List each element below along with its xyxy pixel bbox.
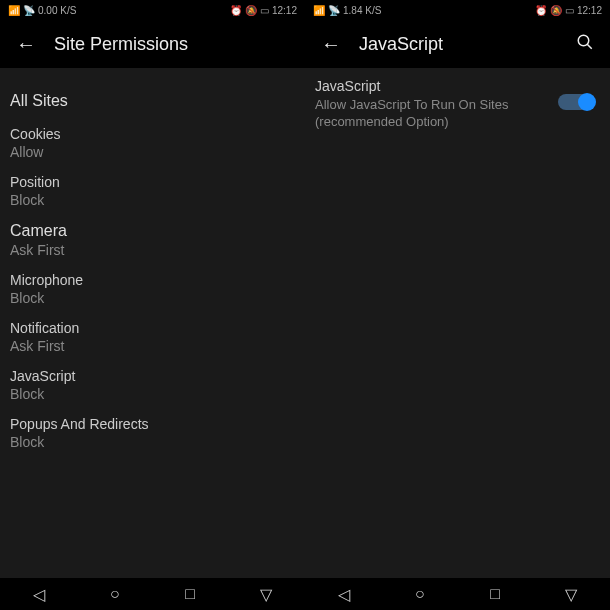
alarm-icon: ⏰ <box>230 5 242 16</box>
status-left: 📶 📡 1.84 K/S <box>313 5 381 16</box>
svg-point-0 <box>578 35 589 46</box>
nav-bar-right: ◁ ○ □ ▽ <box>305 578 610 610</box>
setting-value: Block <box>10 290 295 306</box>
setting-javascript[interactable]: JavaScript Block <box>10 368 295 402</box>
js-setting-desc: Allow JavaScript To Run On Sites (recomm… <box>315 97 558 131</box>
setting-label: Popups And Redirects <box>10 416 295 432</box>
js-setting-title: JavaScript <box>315 78 558 94</box>
setting-cookies[interactable]: Cookies Allow <box>10 126 295 160</box>
svg-line-1 <box>587 44 592 49</box>
signal-icon: 📶 <box>8 5 20 16</box>
dnd-icon: 🔕 <box>550 5 562 16</box>
dnd-icon: 🔕 <box>245 5 257 16</box>
signal-icon: 📶 <box>313 5 325 16</box>
setting-label: Notification <box>10 320 295 336</box>
javascript-toggle[interactable] <box>558 94 594 110</box>
time-text: 12:12 <box>272 5 297 16</box>
nav-drawer-icon[interactable]: ▽ <box>260 585 272 604</box>
page-title: Site Permissions <box>54 34 188 55</box>
status-bar-right: 📶 📡 1.84 K/S ⏰ 🔕 ▭ 12:12 <box>305 0 610 20</box>
nav-home-icon[interactable]: ○ <box>110 585 120 603</box>
js-text: JavaScript Allow JavaScript To Run On Si… <box>315 78 558 131</box>
nav-recent-icon[interactable]: □ <box>185 585 195 603</box>
nav-drawer-icon[interactable]: ▽ <box>565 585 577 604</box>
right-panel: 📶 📡 1.84 K/S ⏰ 🔕 ▭ 12:12 ← JavaScript Ja… <box>305 0 610 610</box>
setting-label: Camera <box>10 222 295 240</box>
setting-notification[interactable]: Notification Ask First <box>10 320 295 354</box>
setting-value: Block <box>10 386 295 402</box>
page-title: JavaScript <box>359 34 443 55</box>
setting-value: Allow <box>10 144 295 160</box>
nav-home-icon[interactable]: ○ <box>415 585 425 603</box>
javascript-toggle-row[interactable]: JavaScript Allow JavaScript To Run On Si… <box>305 68 610 131</box>
battery-icon: ▭ <box>565 5 574 16</box>
battery-icon: ▭ <box>260 5 269 16</box>
setting-label: Microphone <box>10 272 295 288</box>
status-right: ⏰ 🔕 ▭ 12:12 <box>535 5 602 16</box>
setting-label: JavaScript <box>10 368 295 384</box>
setting-camera[interactable]: Camera Ask First <box>10 222 295 258</box>
setting-position[interactable]: Position Block <box>10 174 295 208</box>
nav-recent-icon[interactable]: □ <box>490 585 500 603</box>
header-left: ← Site Permissions <box>0 20 305 68</box>
nav-bar-left: ◁ ○ □ ▽ <box>0 578 305 610</box>
setting-popups[interactable]: Popups And Redirects Block <box>10 416 295 450</box>
setting-value: Ask First <box>10 338 295 354</box>
section-all-sites: All Sites <box>10 92 295 110</box>
status-right: ⏰ 🔕 ▭ 12:12 <box>230 5 297 16</box>
setting-label: Cookies <box>10 126 295 142</box>
header-right: ← JavaScript <box>305 20 610 68</box>
setting-value: Ask First <box>10 242 295 258</box>
speed-text: 0.00 K/S <box>38 5 76 16</box>
alarm-icon: ⏰ <box>535 5 547 16</box>
wifi-icon: 📡 <box>23 5 35 16</box>
wifi-icon: 📡 <box>328 5 340 16</box>
speed-text: 1.84 K/S <box>343 5 381 16</box>
setting-microphone[interactable]: Microphone Block <box>10 272 295 306</box>
left-panel: 📶 📡 0.00 K/S ⏰ 🔕 ▭ 12:12 ← Site Permissi… <box>0 0 305 610</box>
status-left: 📶 📡 0.00 K/S <box>8 5 76 16</box>
nav-back-icon[interactable]: ◁ <box>33 585 45 604</box>
toggle-knob <box>578 93 596 111</box>
nav-back-icon[interactable]: ◁ <box>338 585 350 604</box>
setting-value: Block <box>10 434 295 450</box>
setting-label: Position <box>10 174 295 190</box>
back-arrow-icon[interactable]: ← <box>321 33 341 56</box>
search-icon[interactable] <box>576 33 594 56</box>
content-left: All Sites Cookies Allow Position Block C… <box>0 68 305 476</box>
back-arrow-icon[interactable]: ← <box>16 33 36 56</box>
time-text: 12:12 <box>577 5 602 16</box>
setting-value: Block <box>10 192 295 208</box>
status-bar-left: 📶 📡 0.00 K/S ⏰ 🔕 ▭ 12:12 <box>0 0 305 20</box>
